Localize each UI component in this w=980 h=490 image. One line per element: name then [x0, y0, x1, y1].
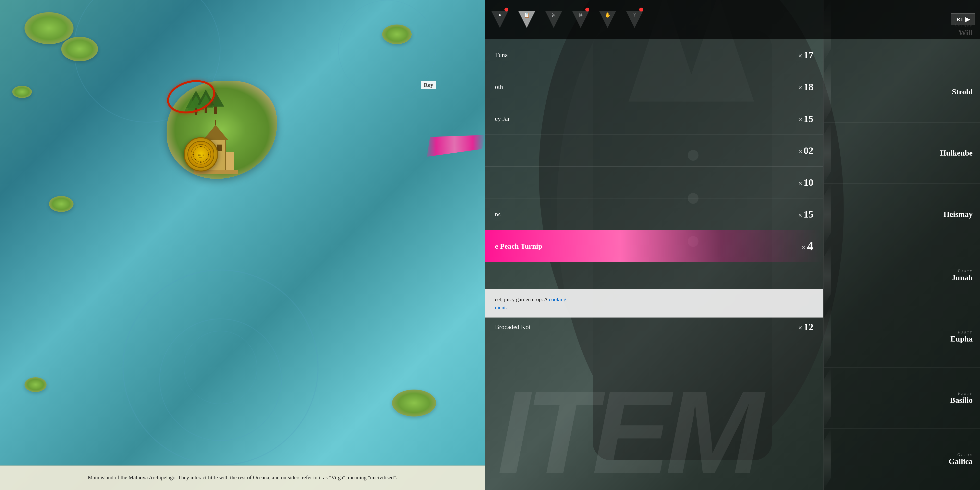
- item-count-honey-jar: ×15: [784, 113, 813, 124]
- hulkenbe-name: Hulkenbe: [940, 148, 973, 158]
- slash-gallica: [824, 429, 831, 490]
- small-island-3: [382, 24, 412, 44]
- nav-symbol-enemy: ☠: [578, 12, 583, 18]
- nav-symbol-hand: ✋: [605, 12, 611, 18]
- item-row-peach-turnip[interactable]: e Peach Turnip ×4: [485, 230, 823, 262]
- item-row-item4[interactable]: ×02: [485, 135, 823, 167]
- svg-rect-13: [217, 145, 222, 151]
- item-row-honey-jar[interactable]: ey Jar ×15: [485, 103, 823, 135]
- item-name-brocaded-koi: Brocaded Koi: [495, 323, 784, 331]
- nav-icon-sword[interactable]: ⚔: [544, 10, 563, 29]
- svg-text:⊗⊕⊗: ⊗⊕⊗: [199, 157, 203, 159]
- svg-point-23: [195, 149, 196, 150]
- nav-dot-question: [639, 8, 643, 11]
- item-name-honey-jar: ey Jar: [495, 115, 784, 123]
- small-island-6: [392, 390, 436, 417]
- item-count-moth: ×18: [784, 81, 813, 92]
- nav-icon-hand[interactable]: ✋: [598, 10, 617, 29]
- party-member-gallica[interactable]: GUIDE Gallica: [824, 429, 980, 490]
- party-member-basilio[interactable]: PARTY Basilio: [824, 368, 980, 429]
- item-row-item5[interactable]: ×10: [485, 167, 823, 199]
- basilio-name: Basilio: [950, 396, 973, 405]
- r1-button[interactable]: R1 ▶: [951, 13, 975, 25]
- party-sidebar: LEADER Will Strohl Hulkenbe Heismay PART…: [823, 0, 980, 490]
- gallica-role-label: GUIDE: [949, 452, 973, 457]
- small-island-5: [49, 196, 73, 212]
- emblem-inner: ⊕⊗⊕⊗⊕ ⊗⊕⊗: [188, 141, 215, 168]
- game-ui-panel: ITEM ● 📋 ⚔ ☠ ✋: [485, 0, 980, 490]
- basilio-role-label: PARTY: [950, 391, 973, 396]
- strohl-name: Strohl: [952, 87, 973, 96]
- ocean-swirl-3: [184, 331, 257, 404]
- party-member-junah[interactable]: PARTY Junah: [824, 245, 980, 306]
- nav-icon-enemy[interactable]: ☠: [571, 10, 590, 29]
- description-box: Main island of the Malnova Archipelago. …: [0, 466, 485, 490]
- slash-eupha: [824, 306, 831, 367]
- item-count-item5: ×10: [784, 177, 813, 188]
- location-emblem[interactable]: ⊕⊗⊕⊗⊕ ⊗⊕⊗: [184, 137, 218, 172]
- slash-hulkenbe: [824, 123, 831, 183]
- small-island-7: [24, 377, 46, 392]
- svg-point-19: [200, 146, 201, 147]
- small-island-2: [61, 37, 98, 61]
- gallica-name: Gallica: [949, 457, 973, 466]
- item-name-moth: oth: [495, 83, 784, 91]
- small-island-4: [12, 86, 32, 98]
- eupha-name: Eupha: [950, 334, 973, 344]
- nav-symbol-scroll: 📋: [524, 12, 530, 18]
- small-island-1: [24, 12, 73, 44]
- item-row-moth[interactable]: oth ×18: [485, 71, 823, 103]
- item-name-peach-turnip: e Peach Turnip: [495, 242, 784, 250]
- main-island[interactable]: [147, 68, 294, 204]
- svg-point-22: [208, 154, 209, 155]
- item-description-text: eet, juicy garden crop. A cooking: [495, 295, 813, 303]
- slash-basilio: [824, 368, 831, 428]
- nav-dot-1: [504, 8, 508, 11]
- svg-rect-8: [215, 107, 217, 114]
- map-panel: ⊕⊗⊕⊗⊕ ⊗⊕⊗ Roy Main island of the Malnova…: [0, 0, 485, 490]
- nav-icon-question[interactable]: ?: [625, 10, 644, 29]
- slash-strohl: [824, 61, 831, 122]
- junah-role-label: PARTY: [952, 269, 973, 273]
- item-count-ns: ×15: [784, 208, 813, 220]
- item-name-ns: ns: [495, 211, 784, 218]
- item-row-royal-tuna[interactable]: Tuna ×17: [485, 39, 823, 71]
- item-count-brocaded-koi: ×12: [784, 321, 813, 333]
- item-description-panel: eet, juicy garden crop. A cooking dient.: [485, 289, 823, 318]
- svg-text:⊕⊗⊕⊗⊕: ⊕⊗⊕⊗⊕: [198, 154, 204, 156]
- party-member-hulkenbe[interactable]: Hulkenbe: [824, 123, 980, 184]
- svg-point-26: [206, 159, 207, 160]
- nav-icon-1[interactable]: ●: [490, 10, 510, 29]
- heismay-name: Heismay: [943, 210, 973, 219]
- nav-dot-enemy: [585, 8, 589, 11]
- svg-rect-15: [225, 152, 234, 172]
- location-label: Roy: [421, 81, 436, 89]
- svg-point-25: [195, 159, 196, 160]
- item-count-tuna: ×17: [784, 49, 813, 61]
- map-description: Main island of the Malnova Archipelago. …: [10, 473, 475, 481]
- item-name-tuna: Tuna: [495, 51, 784, 59]
- party-member-eupha[interactable]: PARTY Eupha: [824, 306, 980, 368]
- nav-symbol-sword: ⚔: [552, 12, 556, 18]
- svg-marker-10: [204, 125, 228, 140]
- item-count-item4: ×02: [784, 145, 813, 156]
- slash-junah: [824, 245, 831, 306]
- party-member-strohl[interactable]: Strohl: [824, 61, 980, 123]
- slash-heismay: [824, 184, 831, 245]
- cooking-link[interactable]: cooking: [549, 296, 566, 302]
- top-navigation: ● 📋 ⚔ ☠ ✋ ? R1: [485, 0, 980, 39]
- nav-symbol-1: ●: [499, 13, 501, 18]
- item-list[interactable]: Tuna ×17 oth ×18 ey Jar ×15 ×02 ×10 ns ×…: [485, 39, 823, 444]
- eupha-role-label: PARTY: [950, 330, 973, 334]
- junah-name: Junah: [952, 273, 973, 282]
- svg-point-24: [206, 149, 207, 150]
- svg-point-21: [192, 154, 194, 155]
- party-member-heismay[interactable]: Heismay: [824, 184, 980, 245]
- pink-brush-decoration: [424, 132, 485, 157]
- item-row-ns[interactable]: ns ×15: [485, 199, 823, 230]
- svg-point-20: [200, 161, 201, 163]
- nav-icon-scroll[interactable]: 📋: [517, 10, 536, 29]
- nav-symbol-question: ?: [633, 12, 636, 18]
- item-description-text-2: dient.: [495, 303, 813, 312]
- item-count-peach-turnip: ×4: [784, 239, 813, 253]
